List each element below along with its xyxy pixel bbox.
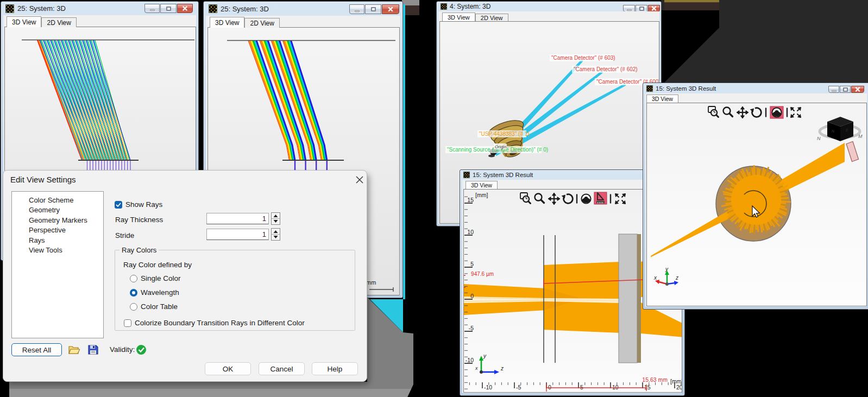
svg-text:10: 10 bbox=[467, 229, 474, 235]
svg-text:N: N bbox=[817, 136, 821, 141]
svg-text:5: 5 bbox=[470, 261, 474, 267]
svg-text:[mm]: [mm] bbox=[670, 378, 682, 385]
svg-text:10: 10 bbox=[612, 384, 619, 390]
svg-text:x: x bbox=[653, 275, 657, 281]
svg-text:-10: -10 bbox=[466, 357, 474, 363]
svg-text:-10: -10 bbox=[484, 384, 492, 390]
svg-text:-5: -5 bbox=[469, 325, 474, 331]
svg-text:"Camera Detector" (# 602): "Camera Detector" (# 602) bbox=[574, 66, 638, 72]
svg-text:15: 15 bbox=[644, 384, 651, 390]
svg-text:"Camera Detector" (# 603): "Camera Detector" (# 603) bbox=[551, 55, 615, 61]
svg-text:M: M bbox=[858, 134, 863, 139]
svg-text:947.6 µm: 947.6 µm bbox=[471, 271, 494, 277]
svg-text:Origin: Origin bbox=[495, 144, 506, 149]
svg-text:y: y bbox=[665, 266, 669, 272]
svg-text:-5: -5 bbox=[516, 384, 521, 390]
svg-text:15: 15 bbox=[467, 197, 474, 203]
svg-text:z: z bbox=[500, 366, 504, 371]
svg-text:mm: mm bbox=[366, 279, 376, 286]
svg-text:15.63 mm: 15.63 mm bbox=[642, 376, 668, 383]
svg-text:[mm]: [mm] bbox=[475, 192, 488, 198]
svg-text:z: z bbox=[675, 275, 678, 281]
svg-text:E: E bbox=[846, 128, 848, 132]
svg-text:0: 0 bbox=[548, 384, 551, 390]
svg-text:5: 5 bbox=[580, 384, 583, 390]
svg-text:x: x bbox=[475, 366, 478, 371]
svg-text:y: y bbox=[483, 353, 487, 359]
svg-text:"USP 4438383" (# 1): "USP 4438383" (# 1) bbox=[479, 131, 530, 137]
svg-text:0: 0 bbox=[470, 293, 474, 299]
